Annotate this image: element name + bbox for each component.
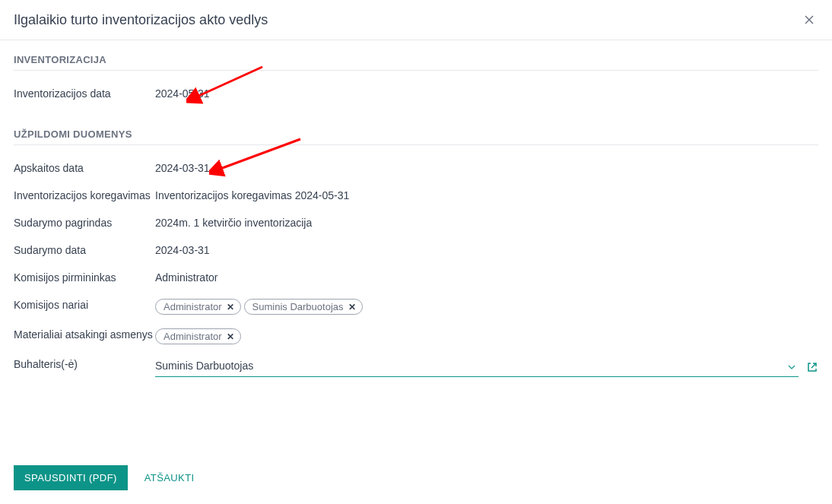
section-title-inventorizacija: INVENTORIZACIJA [14,54,818,71]
section-title-uzpildomi: UŽPILDOMI DUOMENYS [14,128,818,145]
section-uzpildomi-duomenys: UŽPILDOMI DUOMENYS Apskaitos data 2024-0… [14,128,818,383]
label-accountant: Buhalteris(-ė) [14,357,155,370]
value-creation-date: 2024-03-31 [155,242,818,256]
field-responsible: Materialiai atsakingi asmenys Administra… [14,321,818,350]
field-adjustment: Inventorizacijos koregavimas Inventoriza… [14,182,818,209]
label-members: Komisijos nariai [14,297,155,311]
value-inventory-date: 2024-05-31 [155,86,818,100]
value-accounting-date: 2024-03-31 [155,160,818,174]
cancel-button[interactable]: ATŠAUKTI [137,465,202,490]
label-inventory-date: Inventorizacijos data [14,86,155,100]
tags-members[interactable]: Administrator ✕ Suminis Darbuotojas ✕ [155,297,818,315]
tag-member: Administrator ✕ [155,299,241,315]
external-link-button[interactable] [806,361,818,373]
field-inventory-date: Inventorizacijos data 2024-05-31 [14,80,818,107]
close-button[interactable] [800,11,818,29]
label-basis: Sudarymo pagrindas [14,215,155,229]
value-chairman: Administrator [155,270,818,284]
label-chairman: Komisijos pirmininkas [14,270,155,284]
label-adjustment: Inventorizacijos koregavimas [14,188,155,201]
close-icon [803,14,815,26]
tag-responsible-label: Administrator [164,331,222,342]
field-members: Komisijos nariai Administrator ✕ Suminis… [14,291,818,321]
section-inventorizacija: INVENTORIZACIJA Inventorizacijos data 20… [14,54,818,107]
tag-member-label: Administrator [164,301,222,312]
value-basis: 2024m. 1 ketvirčio inventorizacija [155,215,818,229]
label-responsible: Materialiai atsakingi asmenys [14,327,155,341]
print-pdf-button[interactable]: SPAUSDINTI (PDF) [14,465,128,490]
label-accounting-date: Apskaitos data [14,160,155,174]
remove-icon[interactable]: ✕ [348,302,356,312]
tags-responsible[interactable]: Administrator ✕ [155,327,818,344]
value-adjustment: Inventorizacijos koregavimas 2024-05-31 [155,188,818,201]
dialog-body: INVENTORIZACIJA Inventorizacijos data 20… [0,40,832,455]
field-accounting-date: Apskaitos data 2024-03-31 [14,154,818,182]
wizard-dialog: Ilgalaikio turto inventorizacijos akto v… [0,0,832,504]
tag-responsible: Administrator ✕ [155,328,241,344]
tag-member-label: Suminis Darbuotojas [252,301,344,312]
tag-member: Suminis Darbuotojas ✕ [244,299,363,315]
dialog-header: Ilgalaikio turto inventorizacijos akto v… [0,0,832,40]
external-link-icon [806,361,818,373]
accountant-select[interactable]: Suminis Darbuotojas [155,357,799,377]
field-creation-date: Sudarymo data 2024-03-31 [14,236,818,264]
label-creation-date: Sudarymo data [14,242,155,256]
accountant-select-value: Suminis Darbuotojas [155,357,799,377]
remove-icon[interactable]: ✕ [227,331,234,342]
dialog-title: Ilgalaikio turto inventorizacijos akto v… [14,12,268,28]
dialog-footer: SPAUSDINTI (PDF) ATŠAUKTI [0,455,832,504]
field-accountant: Buhalteris(-ė) Suminis Darbuotojas [14,350,818,383]
field-chairman: Komisijos pirmininkas Administrator [14,264,818,291]
field-basis: Sudarymo pagrindas 2024m. 1 ketvirčio in… [14,209,818,236]
remove-icon[interactable]: ✕ [227,302,234,312]
